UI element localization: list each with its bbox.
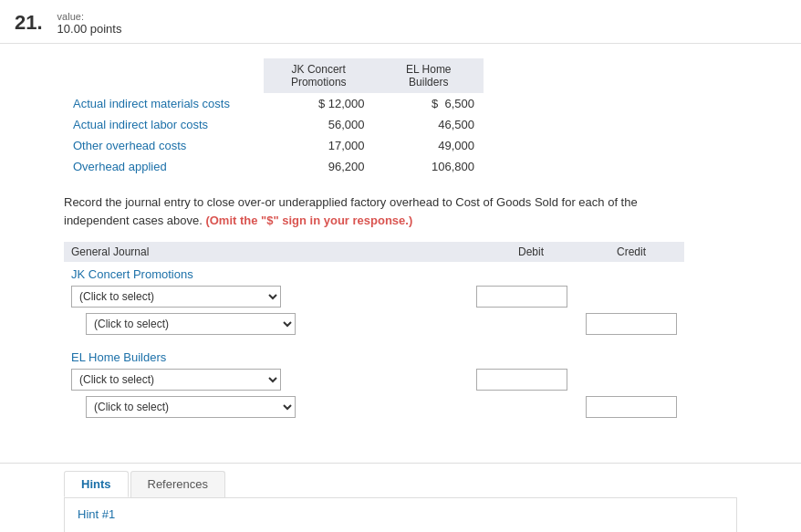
data-table: JK ConcertPromotions EL HomeBuilders Act… bbox=[64, 58, 484, 177]
el-credit-2[interactable] bbox=[586, 396, 677, 418]
tab-hints[interactable]: Hints bbox=[64, 471, 129, 497]
row-label: Actual indirect materials costs bbox=[64, 93, 264, 114]
col-header-el: EL HomeBuilders bbox=[374, 58, 484, 93]
journal-row: (Click to select) bbox=[64, 283, 684, 310]
row-label: Overhead applied bbox=[64, 156, 264, 177]
select-wrapper[interactable]: (Click to select) bbox=[86, 313, 476, 335]
jk-credit-2[interactable] bbox=[586, 313, 677, 335]
hint-label: Hint #1 bbox=[78, 507, 723, 521]
jk-debit-1[interactable] bbox=[476, 286, 567, 308]
table-row: Actual indirect materials costs $ 12,000… bbox=[64, 93, 484, 114]
journal-row-indented: (Click to select) bbox=[64, 310, 684, 338]
jk-value: $ 12,000 bbox=[264, 93, 373, 114]
col-general-journal: General Journal bbox=[71, 245, 476, 258]
description-highlight: (Omit the "$" sign in your response.) bbox=[205, 214, 412, 227]
journal-container: General Journal Debit Credit JK Concert … bbox=[64, 242, 684, 421]
el-value: 106,800 bbox=[374, 156, 484, 177]
journal-row: (Click to select) bbox=[64, 366, 684, 393]
col-debit-header: Debit bbox=[476, 245, 586, 258]
jk-section-label: JK Concert Promotions bbox=[64, 262, 684, 283]
question-content: JK ConcertPromotions EL HomeBuilders Act… bbox=[0, 44, 801, 454]
jk-value: 17,000 bbox=[264, 135, 373, 156]
select-wrapper[interactable]: (Click to select) bbox=[86, 396, 476, 418]
tab-references[interactable]: References bbox=[130, 471, 225, 497]
credit-cell bbox=[586, 396, 677, 418]
points-value: 10.00 points bbox=[57, 22, 122, 36]
select-wrapper[interactable]: (Click to select) bbox=[71, 369, 476, 391]
journal-row-indented: (Click to select) bbox=[64, 393, 684, 421]
row-label: Actual indirect labor costs bbox=[64, 114, 264, 135]
question-header: 21. value: 10.00 points bbox=[0, 0, 801, 44]
journal-header: General Journal Debit Credit bbox=[64, 242, 684, 262]
tabs-bar: Hints References bbox=[64, 464, 737, 497]
value-label: value: bbox=[57, 11, 122, 22]
tab-content: Hint #1 bbox=[64, 497, 737, 532]
debit-cell bbox=[476, 369, 586, 391]
el-value: 49,000 bbox=[374, 135, 484, 156]
table-row: Overhead applied 96,200 106,800 bbox=[64, 156, 484, 177]
tabs-container: Hints References Hint #1 bbox=[0, 463, 801, 532]
table-row: Other overhead costs 17,000 49,000 bbox=[64, 135, 484, 156]
col-header-jk: JK ConcertPromotions bbox=[264, 58, 373, 93]
debit-cell bbox=[476, 286, 586, 308]
el-debit-1[interactable] bbox=[476, 369, 567, 391]
jk-value: 56,000 bbox=[264, 114, 373, 135]
question-number: 21. bbox=[15, 11, 43, 35]
table-row: Actual indirect labor costs 56,000 46,50… bbox=[64, 114, 484, 135]
credit-cell bbox=[586, 313, 677, 335]
el-value: $ 6,500 bbox=[374, 93, 484, 114]
jk-select-2[interactable]: (Click to select) bbox=[86, 313, 296, 335]
select-wrapper[interactable]: (Click to select) bbox=[71, 286, 476, 308]
el-value: 46,500 bbox=[374, 114, 484, 135]
el-section-label: EL Home Builders bbox=[64, 345, 684, 366]
question-meta: value: 10.00 points bbox=[57, 11, 122, 36]
description-text: Record the journal entry to close over-o… bbox=[64, 193, 666, 229]
jk-value: 96,200 bbox=[264, 156, 373, 177]
col-credit-header: Credit bbox=[586, 245, 677, 258]
jk-select-1[interactable]: (Click to select) bbox=[71, 286, 281, 308]
el-select-2[interactable]: (Click to select) bbox=[86, 396, 296, 418]
el-select-1[interactable]: (Click to select) bbox=[71, 369, 281, 391]
row-label: Other overhead costs bbox=[64, 135, 264, 156]
